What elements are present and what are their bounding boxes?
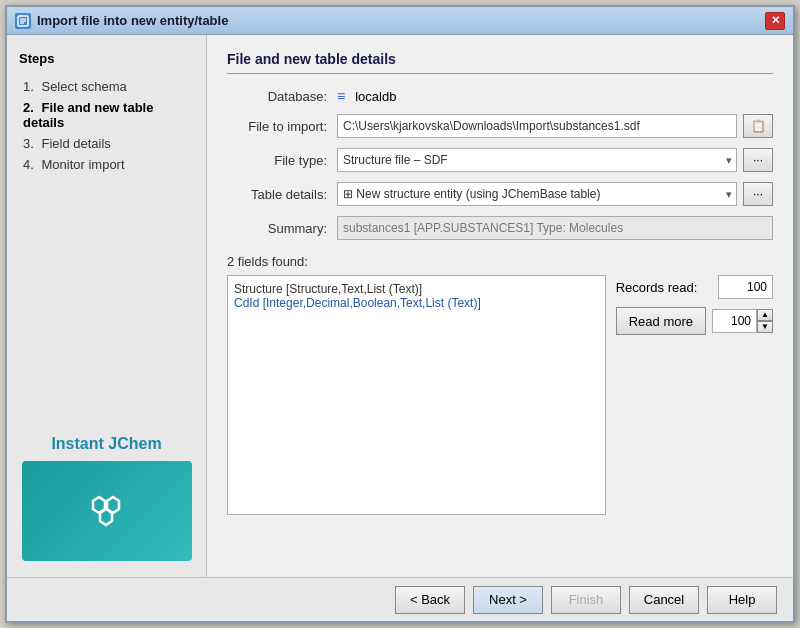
file-type-more-button[interactable]: ··· [743,148,773,172]
file-import-wrap: 📋 [337,114,773,138]
steps-heading: Steps [19,51,194,66]
table-details-select[interactable]: ⊞ New structure entity (using JChemBase … [337,182,737,206]
logo-box [22,461,192,561]
summary-label: Summary: [227,221,337,236]
file-type-wrap: Structure file – SDF ··· [337,148,773,172]
database-value: localdb [355,89,396,104]
spin-wrap: ▲ ▼ [712,309,773,333]
content-area: Steps 1. Select schema 2. File and new t… [7,35,793,577]
title-bar-left: Import file into new entity/table [15,13,228,29]
fields-found-label: 2 fields found: [227,254,773,269]
file-import-row: File to import: 📋 [227,114,773,138]
step-3-num: 3. [23,136,34,151]
spin-input[interactable] [712,309,757,333]
close-button[interactable]: ✕ [765,12,785,30]
records-panel: Records read: Read more ▲ ▼ [616,275,773,515]
step-2-label: File and new table details [23,100,153,130]
spin-down-button[interactable]: ▼ [757,321,773,333]
step-4: 4. Monitor import [19,154,194,175]
dialog-title: Import file into new entity/table [37,13,228,28]
file-browse-icon: 📋 [751,119,766,133]
field-line-2: CdId [Integer,Decimal,Boolean,Text,List … [234,296,599,310]
summary-row: Summary: [227,216,773,240]
file-type-select-wrapper: Structure file – SDF [337,148,737,172]
table-details-label: Table details: [227,187,337,202]
file-browse-button[interactable]: 📋 [743,114,773,138]
next-button[interactable]: Next > [473,586,543,614]
fields-box: Structure [Structure,Text,List (Text)] C… [227,275,606,515]
field-line-1: Structure [Structure,Text,List (Text)] [234,282,599,296]
dialog-icon [15,13,31,29]
footer: < Back Next > Finish Cancel Help [7,577,793,621]
table-details-row: Table details: ⊞ New structure entity (u… [227,182,773,206]
steps-list: 1. Select schema 2. File and new table d… [19,76,194,175]
step-2: 2. File and new table details [19,97,194,133]
sidebar: Steps 1. Select schema 2. File and new t… [7,35,207,577]
step-1-num: 1. [23,79,34,94]
file-type-label: File type: [227,153,337,168]
summary-input [337,216,773,240]
title-bar: Import file into new entity/table ✕ [7,7,793,35]
records-read-row: Records read: [616,275,773,299]
step-1: 1. Select schema [19,76,194,97]
database-value-wrap: ≡ localdb [337,88,773,104]
records-read-value[interactable] [718,275,773,299]
spin-up-button[interactable]: ▲ [757,309,773,321]
table-details-more-button[interactable]: ··· [743,182,773,206]
step-4-label: Monitor import [41,157,124,172]
sidebar-bottom: Instant JChem [19,435,194,561]
dialog: Import file into new entity/table ✕ Step… [5,5,795,623]
brand-label: Instant JChem [51,435,161,453]
summary-wrap [337,216,773,240]
help-button[interactable]: Help [707,586,777,614]
step-4-num: 4. [23,157,34,172]
spin-buttons: ▲ ▼ [757,309,773,333]
read-more-button[interactable]: Read more [616,307,706,335]
main-panel: File and new table details Database: ≡ l… [207,35,793,577]
table-details-wrap: ⊞ New structure entity (using JChemBase … [337,182,773,206]
file-import-input[interactable] [337,114,737,138]
step-3-label: Field details [41,136,110,151]
steps-panel: Steps 1. Select schema 2. File and new t… [19,51,194,175]
file-type-select[interactable]: Structure file – SDF [337,148,737,172]
back-button[interactable]: < Back [395,586,465,614]
svg-marker-6 [100,509,112,525]
step-1-label: Select schema [41,79,126,94]
cancel-button[interactable]: Cancel [629,586,699,614]
fields-area-wrap: Structure [Structure,Text,List (Text)] C… [227,275,773,515]
db-icon: ≡ [337,88,345,104]
table-details-select-wrapper: ⊞ New structure entity (using JChemBase … [337,182,737,206]
database-row: Database: ≡ localdb [227,88,773,104]
step-2-num: 2. [23,100,34,115]
file-import-label: File to import: [227,119,337,134]
file-type-row: File type: Structure file – SDF ··· [227,148,773,172]
records-read-label: Records read: [616,280,712,295]
fields-section: 2 fields found: Structure [Structure,Tex… [227,254,773,515]
panel-title: File and new table details [227,51,773,74]
step-3: 3. Field details [19,133,194,154]
finish-button: Finish [551,586,621,614]
database-label: Database: [227,89,337,104]
read-more-row: Read more ▲ ▼ [616,307,773,335]
